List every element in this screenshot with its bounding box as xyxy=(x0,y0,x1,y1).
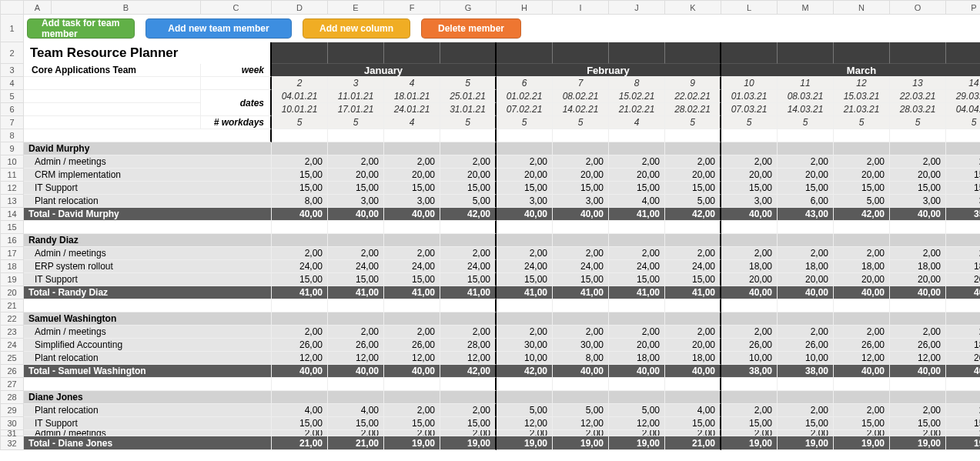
week-end-date[interactable]: 21.02.21 xyxy=(609,103,665,116)
task-value[interactable]: 2,00 xyxy=(890,326,946,339)
week-number[interactable]: 7 xyxy=(553,77,609,90)
week-end-date[interactable]: 04.04.21 xyxy=(946,103,980,116)
week-end-date[interactable]: 14.02.21 xyxy=(553,103,609,116)
week-start-date[interactable]: 04.01.21 xyxy=(272,90,328,103)
row-header[interactable]: 25 xyxy=(1,352,24,365)
week-number[interactable]: 14 xyxy=(946,77,980,90)
task-value[interactable]: 15,00 xyxy=(272,169,328,182)
workdays-value[interactable]: 5 xyxy=(272,116,328,129)
task-value[interactable]: 12,00 xyxy=(497,417,553,430)
task-value[interactable]: 15,00 xyxy=(384,182,440,195)
row-header[interactable]: 32 xyxy=(1,436,24,450)
task-label[interactable]: CRM implementation xyxy=(24,169,272,182)
task-value[interactable]: 24,00 xyxy=(553,260,609,273)
task-value[interactable]: 26,00 xyxy=(834,339,890,352)
delete-member-button[interactable]: Delete member xyxy=(421,18,521,38)
task-value[interactable]: 2,00 xyxy=(721,326,778,339)
task-value[interactable]: 15,00 xyxy=(890,417,946,430)
task-value[interactable]: 2,00 xyxy=(890,430,946,436)
task-value[interactable]: 2,00 xyxy=(497,430,553,436)
row-header[interactable]: 1 xyxy=(1,15,24,42)
col-header[interactable]: B xyxy=(52,1,201,15)
task-value[interactable]: 20,00 xyxy=(778,169,834,182)
task-value[interactable]: 2,00 xyxy=(384,247,440,260)
task-value[interactable]: 3,00 xyxy=(384,195,440,208)
task-value[interactable]: 15,00 xyxy=(272,182,328,195)
task-label[interactable]: Plant relocation xyxy=(24,352,272,365)
task-value[interactable]: 2,00 xyxy=(946,155,980,169)
week-start-date[interactable]: 22.02.21 xyxy=(665,90,721,103)
task-value[interactable]: 2,00 xyxy=(440,326,497,339)
task-label[interactable]: Admin / meetings xyxy=(24,247,272,260)
task-value[interactable]: 15,00 xyxy=(721,182,778,195)
task-value[interactable]: 15,00 xyxy=(384,273,440,286)
task-value[interactable]: 15,00 xyxy=(328,417,384,430)
task-value[interactable]: 18,00 xyxy=(721,260,778,273)
week-start-date[interactable]: 08.02.21 xyxy=(553,90,609,103)
task-value[interactable]: 4,00 xyxy=(665,404,721,417)
col-header[interactable]: N xyxy=(834,1,890,15)
week-start-date[interactable]: 22.03.21 xyxy=(890,90,946,103)
task-value[interactable]: 2,00 xyxy=(384,404,440,417)
workdays-value[interactable]: 5 xyxy=(553,116,609,129)
task-value[interactable]: 2,00 xyxy=(328,326,384,339)
week-end-date[interactable]: 31.01.21 xyxy=(440,103,497,116)
task-value[interactable]: 2,00 xyxy=(890,155,946,169)
task-value[interactable]: 2,00 xyxy=(890,404,946,417)
row-header[interactable]: 29 xyxy=(1,404,24,417)
workdays-value[interactable]: 4 xyxy=(384,116,440,129)
task-value[interactable]: 15,00 xyxy=(890,182,946,195)
task-value[interactable]: 15,00 xyxy=(834,182,890,195)
task-value[interactable]: 5,00 xyxy=(497,404,553,417)
task-value[interactable]: 28,00 xyxy=(440,339,497,352)
task-value[interactable]: 20,00 xyxy=(778,273,834,286)
row-header[interactable]: 14 xyxy=(1,208,24,221)
task-value[interactable]: 2,00 xyxy=(834,430,890,436)
task-value[interactable]: 5,00 xyxy=(609,404,665,417)
task-value[interactable]: 26,00 xyxy=(328,339,384,352)
row-header[interactable]: 16 xyxy=(1,234,24,247)
task-value[interactable]: 12,00 xyxy=(272,352,328,365)
task-value[interactable]: 20,00 xyxy=(946,352,980,365)
task-value[interactable]: 15,00 xyxy=(440,182,497,195)
workdays-value[interactable]: 5 xyxy=(834,116,890,129)
task-value[interactable]: 2,00 xyxy=(778,155,834,169)
task-value[interactable]: 15,00 xyxy=(440,273,497,286)
task-value[interactable]: 20,00 xyxy=(609,169,665,182)
row-header[interactable]: 28 xyxy=(1,391,24,404)
task-value[interactable]: 3,00 xyxy=(946,195,980,208)
task-value[interactable]: 15,00 xyxy=(946,417,980,430)
task-value[interactable]: 2,00 xyxy=(440,155,497,169)
week-end-date[interactable]: 24.01.21 xyxy=(384,103,440,116)
task-value[interactable]: 20,00 xyxy=(721,169,778,182)
task-value[interactable]: 20,00 xyxy=(890,169,946,182)
col-header[interactable]: P xyxy=(946,1,980,15)
task-value[interactable]: 15,00 xyxy=(609,273,665,286)
week-end-date[interactable]: 07.03.21 xyxy=(721,103,778,116)
row-header[interactable]: 20 xyxy=(1,286,24,299)
row-header[interactable]: 10 xyxy=(1,155,24,169)
task-label[interactable]: IT Support xyxy=(24,417,272,430)
week-number[interactable]: 10 xyxy=(721,77,778,90)
task-value[interactable]: 24,00 xyxy=(609,260,665,273)
task-value[interactable]: 15,00 xyxy=(834,417,890,430)
task-value[interactable]: 3,00 xyxy=(497,195,553,208)
task-value[interactable]: 26,00 xyxy=(890,339,946,352)
task-value[interactable]: 10,00 xyxy=(778,352,834,365)
task-value[interactable]: 12,00 xyxy=(384,352,440,365)
task-value[interactable]: 2,00 xyxy=(946,404,980,417)
task-value[interactable]: 12,00 xyxy=(328,352,384,365)
task-value[interactable]: 4,00 xyxy=(272,404,328,417)
week-number[interactable]: 4 xyxy=(384,77,440,90)
row-header[interactable]: 3 xyxy=(1,64,24,77)
workdays-value[interactable]: 5 xyxy=(328,116,384,129)
task-value[interactable]: 20,00 xyxy=(497,169,553,182)
col-header[interactable]: O xyxy=(890,1,946,15)
task-value[interactable]: 15,00 xyxy=(665,182,721,195)
task-value[interactable]: 2,00 xyxy=(497,247,553,260)
col-header[interactable]: M xyxy=(778,1,834,15)
col-header[interactable]: L xyxy=(721,1,778,15)
task-value[interactable]: 12,00 xyxy=(834,352,890,365)
task-value[interactable]: 10,00 xyxy=(721,352,778,365)
task-value[interactable]: 2,00 xyxy=(778,326,834,339)
